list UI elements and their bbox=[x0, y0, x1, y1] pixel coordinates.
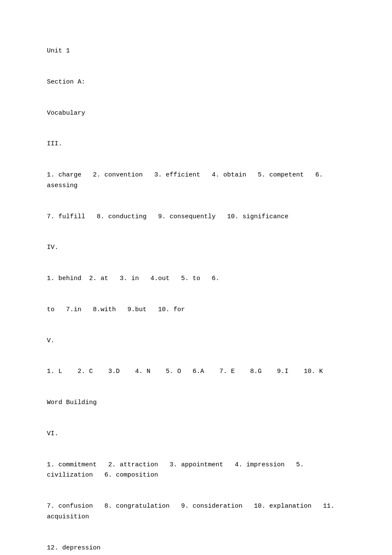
line-vi-1: 1. commitment 2. attraction 3. appointme… bbox=[47, 460, 345, 481]
line-vocabulary: Vocabulary bbox=[47, 108, 345, 119]
line-v: V. bbox=[47, 336, 345, 347]
line-unit: Unit 1 bbox=[47, 46, 345, 57]
document-content: Unit 1 Section A: Vocabulary III. 1. cha… bbox=[47, 26, 345, 555]
line-word-building: Word Building bbox=[47, 398, 345, 408]
line-section-a: Section A: bbox=[47, 77, 345, 88]
line-iv-1: 1. behind 2. at 3. in 4.out 5. to 6. bbox=[47, 274, 345, 284]
line-iii-1: 1. charge 2. convention 3. efficient 4. … bbox=[47, 170, 345, 191]
line-vi-3: 12. depression bbox=[47, 543, 345, 554]
line-vi-2: 7. confusion 8. congratulation 9. consid… bbox=[47, 501, 345, 523]
line-iv-2: to 7.in 8.with 9.but 10. for bbox=[47, 305, 345, 315]
line-iii: III. bbox=[47, 139, 345, 150]
line-iv: IV. bbox=[47, 243, 345, 253]
line-vi: VI. bbox=[47, 429, 345, 439]
line-iii-2: 7. fulfill 8. conducting 9. consequently… bbox=[47, 212, 345, 223]
line-v-1: 1. L 2. C 3.D 4. N 5. O 6.A 7. E 8.G 9.I… bbox=[47, 367, 345, 377]
